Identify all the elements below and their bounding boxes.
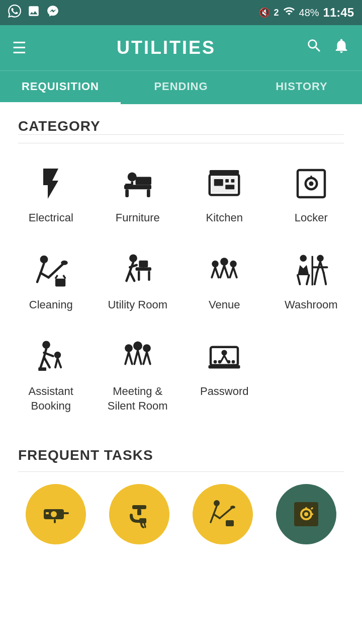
svg-point-82: [227, 360, 231, 364]
frequent-item-projector[interactable]: [18, 484, 94, 544]
svg-rect-12: [226, 185, 235, 189]
svg-point-57: [42, 341, 50, 349]
svg-point-83: [232, 360, 235, 364]
svg-line-46: [233, 267, 237, 277]
svg-rect-34: [138, 271, 140, 281]
time: 11:45: [323, 6, 354, 20]
category-label-password: Password: [200, 384, 249, 399]
svg-point-51: [317, 255, 324, 262]
svg-rect-88: [54, 519, 56, 523]
category-item-meeting-silent-room[interactable]: Meeting & Silent Room: [97, 327, 179, 423]
category-item-furniture[interactable]: Furniture: [97, 153, 179, 235]
locker-icon: [293, 164, 329, 204]
svg-point-41: [220, 258, 228, 266]
category-item-utility-room[interactable]: Utility Room: [97, 240, 179, 323]
svg-line-93: [214, 506, 217, 514]
header: ☰ UTILITIES: [0, 25, 362, 70]
svg-point-85: [51, 511, 57, 517]
category-item-password[interactable]: Password: [184, 327, 265, 423]
svg-rect-11: [231, 179, 235, 183]
frequent-circle-projector: [26, 484, 86, 544]
svg-rect-2: [125, 189, 129, 197]
category-item-locker[interactable]: Locker: [270, 153, 352, 235]
frequent-tasks-grid: [18, 484, 344, 559]
svg-line-29: [130, 265, 137, 267]
svg-point-81: [218, 360, 222, 364]
tabs-bar: REQUISITION PENDING HISTORY: [0, 70, 362, 104]
category-label-cleaning: Cleaning: [29, 298, 73, 312]
svg-point-16: [309, 182, 313, 186]
svg-rect-3: [147, 189, 150, 197]
svg-line-31: [130, 272, 134, 281]
svg-line-78: [221, 356, 225, 362]
signal-icon: [283, 5, 295, 20]
category-label-kitchen: Kitchen: [206, 211, 243, 225]
svg-line-70: [129, 352, 132, 364]
frequent-item-tap[interactable]: [102, 484, 177, 544]
svg-rect-13: [210, 170, 239, 175]
svg-rect-76: [209, 365, 240, 369]
svg-rect-90: [137, 509, 141, 515]
notification-bell-icon[interactable]: [333, 37, 350, 58]
svg-point-62: [54, 352, 61, 359]
image-icon: [27, 5, 40, 21]
venue-icon: [206, 251, 242, 291]
svg-line-102: [311, 508, 313, 509]
battery-icon: 48%: [299, 7, 319, 19]
hamburger-menu[interactable]: ☰: [12, 38, 27, 57]
svg-line-49: [307, 275, 309, 284]
category-item-washroom[interactable]: Washroom: [270, 240, 352, 323]
svg-point-80: [214, 360, 217, 364]
svg-line-94: [211, 514, 214, 522]
category-item-electrical[interactable]: Electrical: [10, 153, 92, 235]
svg-rect-86: [63, 512, 69, 514]
category-item-cleaning[interactable]: Cleaning: [10, 240, 92, 323]
tab-requisition[interactable]: REQUISITION: [0, 71, 121, 104]
svg-line-96: [220, 507, 233, 518]
header-title: UTILITIES: [27, 37, 306, 58]
tab-pending[interactable]: PENDING: [121, 71, 241, 104]
svg-point-67: [133, 342, 142, 351]
whatsapp-icon: [8, 5, 21, 21]
category-item-assistant-booking[interactable]: Assistant Booking: [10, 327, 92, 423]
svg-point-47: [300, 255, 307, 262]
frequent-item-cleaning[interactable]: [185, 484, 260, 544]
svg-rect-9: [214, 179, 223, 186]
svg-point-23: [61, 260, 68, 265]
svg-rect-1: [135, 177, 151, 185]
svg-rect-24: [55, 278, 65, 286]
category-label-electrical: Electrical: [29, 211, 73, 225]
svg-line-40: [215, 267, 219, 277]
svg-point-66: [125, 344, 133, 352]
password-icon: [206, 337, 242, 377]
bluetooth-mute-icon: 🔇: [259, 7, 270, 18]
svg-line-26: [63, 275, 66, 279]
frequent-item-password[interactable]: [268, 484, 344, 544]
svg-line-19: [41, 263, 44, 273]
tab-history[interactable]: HISTORY: [241, 71, 362, 104]
svg-point-68: [143, 344, 151, 352]
category-item-venue[interactable]: Venue: [184, 240, 265, 323]
svg-line-79: [224, 356, 228, 362]
svg-line-42: [220, 265, 224, 277]
svg-line-95: [214, 514, 220, 518]
svg-line-43: [224, 265, 228, 277]
messenger-icon: [46, 5, 59, 21]
category-label-meeting-silent-room: Meeting & Silent Room: [108, 384, 168, 413]
svg-rect-89: [132, 505, 146, 509]
frequent-circle-tap: [109, 484, 169, 544]
search-icon[interactable]: [306, 37, 323, 58]
svg-point-92: [214, 500, 220, 506]
svg-line-25: [55, 275, 58, 279]
svg-point-18: [40, 255, 48, 263]
svg-line-74: [147, 352, 150, 364]
svg-line-56: [324, 273, 326, 284]
svg-line-20: [37, 273, 41, 282]
furniture-icon: [120, 164, 156, 204]
svg-rect-65: [39, 367, 47, 371]
cleaning-icon: [33, 251, 69, 291]
svg-point-38: [212, 260, 219, 267]
category-item-kitchen[interactable]: Kitchen: [184, 153, 265, 235]
svg-point-97: [230, 506, 235, 509]
svg-point-44: [230, 260, 237, 267]
